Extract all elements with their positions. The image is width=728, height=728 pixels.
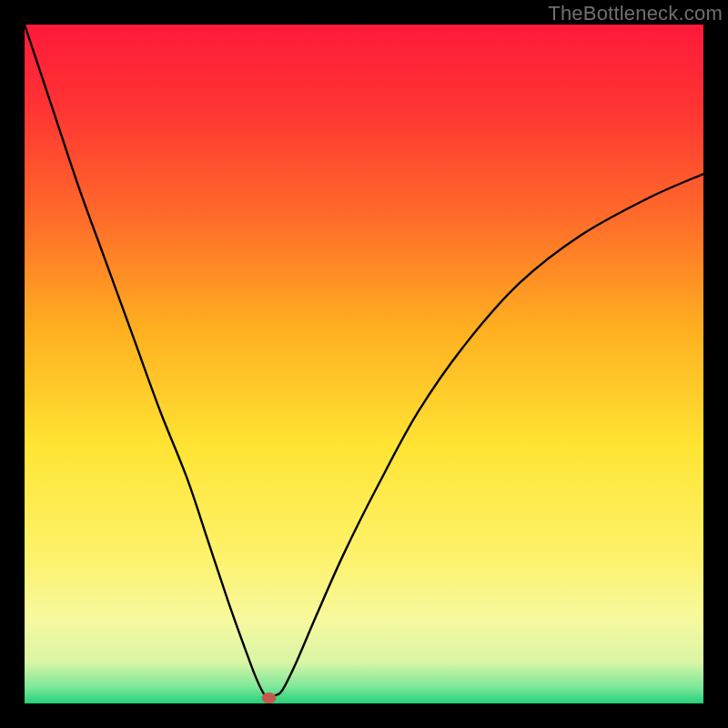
watermark-text: TheBottleneck.com bbox=[548, 2, 723, 25]
optimal-point-marker bbox=[262, 693, 277, 703]
chart-frame bbox=[0, 0, 728, 728]
bottleneck-chart bbox=[25, 25, 703, 703]
gradient-background bbox=[25, 25, 703, 703]
